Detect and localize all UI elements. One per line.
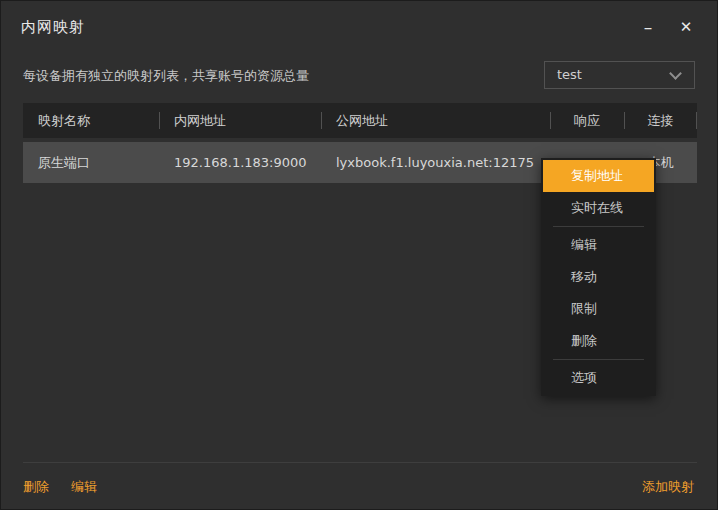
add-mapping-link[interactable]: 添加映射 xyxy=(642,478,694,496)
edit-link[interactable]: 编辑 xyxy=(71,478,97,496)
row-name: 原生端口 xyxy=(23,142,159,183)
column-header-connection: 连接 xyxy=(624,103,697,138)
close-icon: ✕ xyxy=(680,18,693,36)
menu-separator xyxy=(553,226,644,227)
delete-link[interactable]: 删除 xyxy=(23,478,49,496)
row-wan-address: lyxbook.f1.luyouxia.net:12175 xyxy=(321,142,550,183)
menu-item-edit[interactable]: 编辑 xyxy=(543,229,654,261)
table-header: 映射名称 内网地址 公网地址 响应 连接 xyxy=(23,103,697,138)
context-menu: 复制地址 实时在线 编辑 移动 限制 删除 选项 xyxy=(541,158,656,396)
column-header-lan-address: 内网地址 xyxy=(159,103,321,138)
mapping-description: 每设备拥有独立的映射列表，共享账号的资源总量 xyxy=(23,67,309,85)
menu-item-copy-address[interactable]: 复制地址 xyxy=(543,160,654,192)
column-header-response: 响应 xyxy=(550,103,624,138)
minimize-button[interactable]: – xyxy=(633,15,663,41)
menu-item-move[interactable]: 移动 xyxy=(543,261,654,293)
window-title: 内网映射 xyxy=(21,18,85,37)
menu-item-options[interactable]: 选项 xyxy=(543,362,654,394)
minimize-icon: – xyxy=(644,17,653,37)
menu-item-realtime-online[interactable]: 实时在线 xyxy=(543,192,654,224)
device-select[interactable]: test xyxy=(544,61,695,89)
menu-item-delete[interactable]: 删除 xyxy=(543,325,654,357)
app-window: 内网映射 – ✕ 每设备拥有独立的映射列表，共享账号的资源总量 test 映射名… xyxy=(0,0,718,510)
column-header-wan-address: 公网地址 xyxy=(321,103,550,138)
menu-item-limit[interactable]: 限制 xyxy=(543,293,654,325)
footer-divider xyxy=(23,462,697,463)
row-lan-address: 192.168.1.183:9000 xyxy=(159,142,321,183)
close-button[interactable]: ✕ xyxy=(671,15,701,41)
menu-separator xyxy=(553,359,644,360)
column-header-name: 映射名称 xyxy=(23,103,159,138)
